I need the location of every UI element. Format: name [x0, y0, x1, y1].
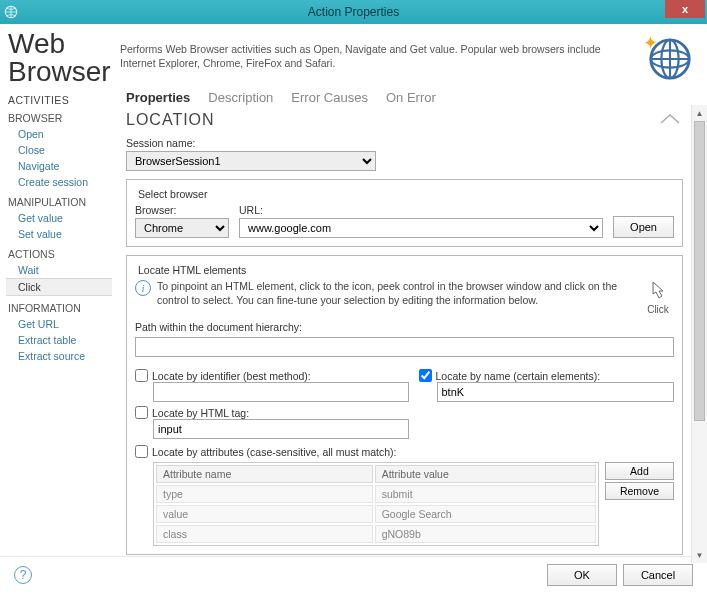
by-id-input[interactable] [153, 382, 409, 402]
sidebar-item-open[interactable]: Open [8, 126, 112, 142]
ok-button[interactable]: OK [547, 564, 617, 586]
select-browser-group: Select browser Browser: Chrome URL: www.… [126, 179, 683, 247]
url-label: URL: [239, 204, 603, 216]
sidebar-item-set-value[interactable]: Set value [8, 226, 112, 242]
path-input[interactable] [135, 337, 674, 357]
sidebar-item-navigate[interactable]: Navigate [8, 158, 112, 174]
tabs: PropertiesDescriptionError CausesOn Erro… [112, 90, 707, 105]
by-id-checkbox[interactable] [135, 369, 148, 382]
sidebar-item-extract-source[interactable]: Extract source [8, 348, 112, 364]
browser-select[interactable]: Chrome [135, 218, 229, 238]
add-button[interactable]: Add [605, 462, 674, 480]
sidebar-item-get-value[interactable]: Get value [8, 210, 112, 226]
open-button[interactable]: Open [613, 216, 674, 238]
browser-label: Browser: [135, 204, 229, 216]
heading-line1: Web [8, 28, 65, 59]
remove-button[interactable]: Remove [605, 482, 674, 500]
by-name-checkbox[interactable] [419, 369, 432, 382]
heading-line2: Browser [8, 56, 111, 87]
table-row[interactable]: typesubmit [156, 485, 596, 503]
help-icon[interactable]: ? [14, 566, 32, 584]
by-tag-label: Locate by HTML tag: [152, 407, 249, 419]
path-label: Path within the document hierarchy: [135, 321, 674, 333]
sidebar-item-get-url[interactable]: Get URL [8, 316, 112, 332]
url-input[interactable]: www.google.com [239, 218, 603, 238]
sidebar-group-label: MANIPULATION [8, 196, 112, 208]
sidebar-heading: ACTIVITIES [8, 94, 112, 106]
locate-group: Locate HTML elements i To pinpoint an HT… [126, 255, 683, 555]
sidebar-group-label: BROWSER [8, 112, 112, 124]
by-name-label: Locate by name (certain elements): [436, 370, 601, 382]
page-heading: Web Browser [8, 30, 120, 86]
table-row[interactable]: classgNO89b [156, 525, 596, 543]
info-icon: i [135, 280, 151, 296]
header: Web Browser Performs Web Browser activit… [0, 24, 707, 90]
sparkle-icon: ✦ [643, 32, 658, 54]
content-panel: LOCATION Session name: BrowserSession1 S… [112, 105, 691, 563]
click-picker[interactable]: Click [642, 280, 674, 315]
by-tag-checkbox[interactable] [135, 406, 148, 419]
by-attr-label: Locate by attributes (case-sensitive, al… [152, 446, 397, 458]
cancel-button[interactable]: Cancel [623, 564, 693, 586]
close-button[interactable]: x [665, 0, 705, 18]
sidebar-item-close[interactable]: Close [8, 142, 112, 158]
attr-value-header: Attribute value [375, 465, 596, 483]
window-title: Action Properties [308, 5, 399, 19]
locate-info-text: To pinpoint an HTML element, click to th… [157, 280, 636, 307]
sidebar-item-extract-table[interactable]: Extract table [8, 332, 112, 348]
sidebar-group-label: INFORMATION [8, 302, 112, 314]
scroll-down-arrow[interactable]: ▼ [692, 547, 707, 563]
scroll-up-arrow[interactable]: ▲ [692, 105, 707, 121]
by-attr-checkbox[interactable] [135, 445, 148, 458]
locate-legend: Locate HTML elements [135, 264, 249, 276]
sidebar-item-click[interactable]: Click [6, 278, 112, 296]
scroll-thumb[interactable] [694, 121, 705, 421]
tab-error-causes[interactable]: Error Causes [291, 90, 368, 105]
globe-icon [0, 5, 22, 19]
click-label: Click [642, 304, 674, 315]
attributes-table: Attribute name Attribute value typesubmi… [153, 462, 599, 546]
tab-description[interactable]: Description [208, 90, 273, 105]
tab-properties[interactable]: Properties [126, 90, 190, 105]
collapse-toggle[interactable] [657, 111, 683, 129]
sidebar: ACTIVITIES BROWSEROpenCloseNavigateCreat… [0, 90, 112, 556]
tab-on-error[interactable]: On Error [386, 90, 436, 105]
session-label: Session name: [126, 137, 683, 149]
attr-name-header: Attribute name [156, 465, 373, 483]
session-select[interactable]: BrowserSession1 [126, 151, 376, 171]
browser-globe-icon: ✦ [647, 36, 693, 82]
titlebar: Action Properties x [0, 0, 707, 24]
section-title: LOCATION [126, 111, 657, 129]
sidebar-item-create-session[interactable]: Create session [8, 174, 112, 190]
by-tag-input[interactable] [153, 419, 409, 439]
by-name-input[interactable] [437, 382, 675, 402]
page-description: Performs Web Browser activities such as … [120, 30, 647, 70]
sidebar-group-label: ACTIONS [8, 248, 112, 260]
sidebar-item-wait[interactable]: Wait [8, 262, 112, 278]
table-row[interactable]: valueGoogle Search [156, 505, 596, 523]
select-browser-legend: Select browser [135, 188, 210, 200]
vertical-scrollbar[interactable]: ▲ ▼ [691, 105, 707, 563]
by-id-label: Locate by identifier (best method): [152, 370, 311, 382]
